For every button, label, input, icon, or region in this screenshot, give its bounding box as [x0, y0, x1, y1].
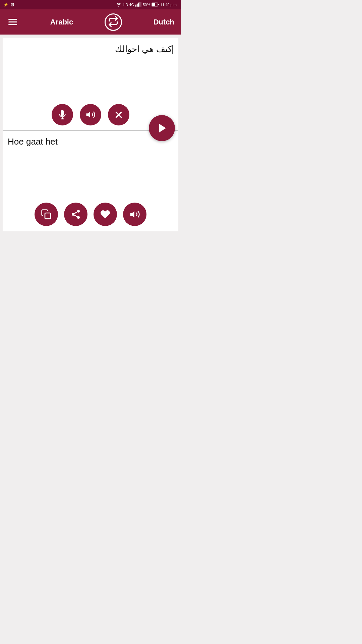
- speak-input-button[interactable]: [80, 104, 101, 125]
- status-left-icons: ⚡ 🖼: [3, 2, 14, 7]
- clear-input-button[interactable]: [108, 104, 129, 125]
- svg-rect-15: [45, 213, 51, 219]
- signal-bars-icon: [135, 2, 141, 7]
- clear-icon: [114, 110, 124, 120]
- microphone-button[interactable]: [52, 104, 73, 125]
- send-icon: [157, 122, 168, 134]
- output-text: Hoe gaat het: [8, 136, 173, 196]
- svg-rect-4: [139, 2, 140, 7]
- wifi-icon: [116, 2, 121, 7]
- usb-icon: ⚡: [3, 2, 8, 7]
- cursor: [172, 45, 173, 54]
- svg-rect-5: [140, 2, 141, 7]
- svg-marker-14: [159, 124, 166, 132]
- image-icon: 🖼: [10, 2, 14, 7]
- swap-languages-button[interactable]: [105, 13, 122, 31]
- arabic-input-content: كيف هي احوالك: [115, 44, 172, 54]
- battery-icon: [152, 2, 159, 7]
- input-text[interactable]: كيف هي احوالك: [8, 43, 173, 103]
- svg-marker-21: [130, 211, 134, 218]
- speaker-icon: [85, 110, 96, 120]
- favorite-button[interactable]: [94, 203, 117, 226]
- source-language-label[interactable]: Arabic: [50, 18, 73, 26]
- target-language-label[interactable]: Dutch: [154, 18, 174, 26]
- share-button[interactable]: [64, 203, 87, 226]
- microphone-icon: [57, 110, 67, 120]
- translate-button[interactable]: [149, 115, 175, 141]
- menu-line-3: [8, 24, 17, 25]
- svg-point-18: [77, 216, 80, 219]
- menu-button[interactable]: [7, 17, 19, 27]
- speak-output-button[interactable]: [123, 203, 146, 226]
- menu-line-2: [8, 21, 17, 22]
- battery-percentage: 50%: [143, 3, 150, 7]
- status-bar: ⚡ 🖼 HD 4G 50%: [0, 0, 181, 9]
- toolbar: Arabic Dutch: [0, 9, 181, 35]
- svg-rect-2: [137, 4, 138, 7]
- svg-point-0: [118, 6, 119, 7]
- svg-rect-8: [158, 4, 159, 5]
- volume-icon: [129, 209, 140, 220]
- svg-marker-11: [86, 112, 90, 118]
- copy-button[interactable]: [35, 203, 58, 226]
- input-panel: كيف هي احوالك: [3, 38, 178, 130]
- copy-icon: [41, 209, 52, 220]
- bottom-area: [0, 234, 181, 261]
- time-label: 11:49 p.m.: [160, 3, 178, 7]
- heart-icon: [100, 209, 111, 220]
- svg-rect-3: [138, 3, 139, 7]
- status-right-icons: HD 4G 50% 11:49 p.m.: [116, 2, 178, 7]
- network-type-label: HD 4G: [123, 3, 134, 7]
- share-icon: [70, 209, 81, 220]
- svg-point-16: [77, 210, 80, 213]
- output-panel: Hoe gaat het: [3, 130, 178, 231]
- svg-point-17: [72, 213, 74, 216]
- svg-rect-7: [152, 3, 155, 6]
- svg-line-20: [74, 212, 77, 214]
- output-actions: [3, 203, 178, 226]
- svg-line-19: [74, 215, 77, 217]
- svg-rect-1: [135, 5, 136, 7]
- menu-line-1: [8, 19, 17, 20]
- swap-icon: [108, 16, 119, 28]
